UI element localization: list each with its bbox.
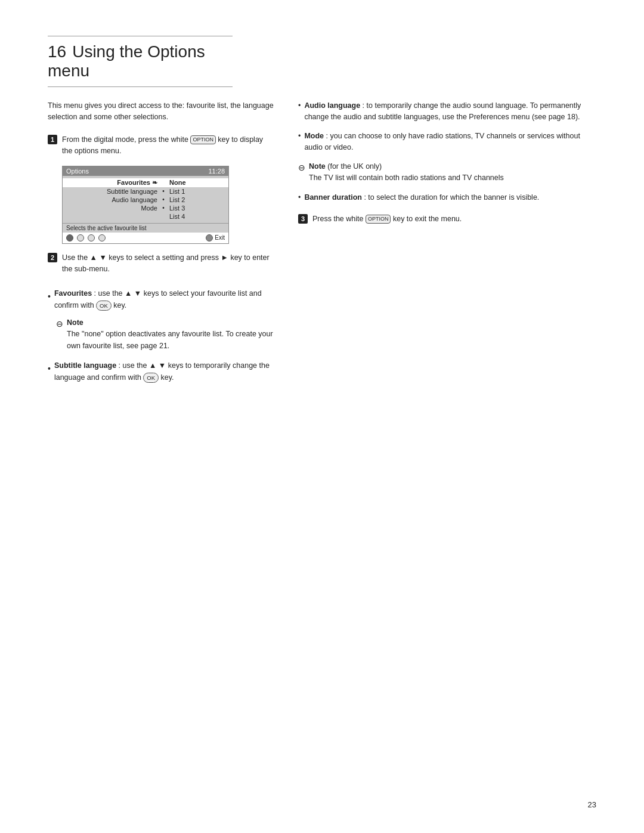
- exit-circle-btn[interactable]: [206, 234, 213, 241]
- options-label-favourites: Favourites ❧: [92, 179, 157, 187]
- options-menu-screenshot: Options 11:28 Favourites ❧ None Subtitle…: [62, 166, 229, 244]
- bottom-rule: [48, 86, 233, 87]
- options-row-audio: Audio language • List 2: [63, 196, 228, 204]
- bullet-text-subtitle: Subtitle language : use the ▲ ▼ keys to …: [54, 360, 274, 383]
- page-number: 23: [588, 800, 596, 809]
- options-menu-title: Options: [66, 168, 89, 175]
- note-label-uk: Note: [309, 162, 326, 171]
- chapter-heading: 16Using the Optionsmenu: [48, 42, 596, 80]
- options-dot-4: •: [157, 205, 169, 211]
- bullet-banner-duration: • Banner duration : to select the durati…: [298, 192, 596, 203]
- step-3: 3 Press the white OPTION key to exit the…: [298, 213, 596, 225]
- options-buttons-row: Exit: [63, 233, 228, 243]
- step-3-number: 3: [298, 214, 308, 224]
- circle-btn-3[interactable]: [88, 234, 95, 241]
- options-value-none: None: [169, 179, 199, 186]
- bullet-favourites: • Favourites : use the ▲ ▼ keys to selec…: [48, 288, 274, 311]
- options-label-subtitle: Subtitle language: [92, 188, 157, 195]
- options-row-favourites: Favourites ❧ None: [63, 178, 228, 187]
- page: 16Using the Optionsmenu This menu gives …: [0, 0, 644, 833]
- mode-title: Mode: [304, 132, 324, 140]
- bullet-text-mode: Mode : you can choose to only have radio…: [304, 131, 596, 154]
- right-column: • Audio language : to temporarily change…: [298, 100, 596, 389]
- bullet-mode: • Mode : you can choose to only have rad…: [298, 131, 596, 154]
- note-text-uk: Note (for the UK only) The TV list will …: [309, 161, 596, 184]
- options-label-mode: Mode: [92, 205, 157, 212]
- exit-label: Exit: [206, 234, 225, 241]
- options-menu-header: Options 11:28: [63, 166, 228, 176]
- favourites-title: Favourites: [54, 289, 92, 298]
- option-key-icon-step3: OPTION: [366, 215, 391, 224]
- step-1-text: From the digital mode, press the white O…: [62, 134, 274, 157]
- note-uk: ⊖ Note (for the UK only) The TV list wil…: [298, 161, 596, 184]
- left-column: This menu gives you direct access to the…: [48, 100, 274, 389]
- intro-text: This menu gives you direct access to the…: [48, 100, 274, 123]
- options-row-subtitle: Subtitle language • List 1: [63, 187, 228, 196]
- option-key-icon: OPTION: [190, 135, 216, 145]
- note-favourites: ⊖ Note The "none" option deactivates any…: [56, 317, 274, 352]
- options-value-list3: List 3: [169, 205, 199, 212]
- step-2-text: Use the ▲ ▼ keys to select a setting and…: [62, 252, 274, 275]
- options-menu-time: 11:28: [208, 168, 225, 175]
- options-value-list4: List 4: [169, 213, 199, 220]
- circle-btn-4[interactable]: [98, 234, 106, 241]
- note-icon-favourites: ⊖: [56, 318, 63, 352]
- options-dot-3: •: [157, 196, 169, 203]
- circle-btn-2[interactable]: [77, 234, 84, 241]
- note-icon-uk: ⊖: [298, 162, 305, 184]
- chapter-title: Using the Optionsmenu: [48, 42, 205, 80]
- step-2: 2 Use the ▲ ▼ keys to select a setting a…: [48, 252, 274, 275]
- bullet-dot-banner: •: [298, 192, 301, 203]
- bullet-subtitle-language: • Subtitle language : use the ▲ ▼ keys t…: [48, 360, 274, 383]
- options-row-mode: Mode • List 3: [63, 204, 228, 212]
- step-2-number: 2: [48, 253, 57, 262]
- bullet-dot-audio: •: [298, 100, 301, 123]
- subtitle-language-title: Subtitle language: [54, 361, 116, 370]
- bullet-dot-favourites: •: [48, 290, 51, 311]
- bullet-text-banner: Banner duration : to select the duration…: [304, 192, 596, 203]
- step-1: 1 From the digital mode, press the white…: [48, 134, 274, 157]
- bullet-audio-language: • Audio language : to temporarily change…: [298, 100, 596, 123]
- bullet-text-favourites: Favourites : use the ▲ ▼ keys to select …: [54, 288, 274, 311]
- circle-btn-1[interactable]: [66, 234, 73, 241]
- note-label-favourites: Note: [67, 318, 83, 327]
- chapter-number: 16: [48, 42, 66, 61]
- banner-duration-title: Banner duration: [304, 193, 362, 202]
- ok-key-icon-2: OK: [143, 373, 159, 383]
- exit-text: Exit: [215, 234, 225, 241]
- ok-key-icon: OK: [96, 301, 112, 311]
- step-1-number: 1: [48, 135, 57, 144]
- bullet-text-audio: Audio language : to temporarily change t…: [304, 100, 596, 123]
- options-menu-body: Favourites ❧ None Subtitle language • Li…: [63, 176, 228, 223]
- step-3-text: Press the white OPTION key to exit the m…: [312, 213, 462, 225]
- options-row-list4: List 4: [63, 212, 228, 221]
- options-label-audio: Audio language: [92, 196, 157, 203]
- options-dot-2: •: [157, 188, 169, 194]
- audio-language-title: Audio language: [304, 101, 360, 110]
- options-value-list2: List 2: [169, 196, 199, 203]
- options-value-list1: List 1: [169, 188, 199, 195]
- note-text-favourites: Note The "none" option deactivates any f…: [67, 317, 274, 352]
- top-rule: [48, 36, 233, 36]
- bullet-dot-mode: •: [298, 131, 301, 154]
- options-footer-text: Selects the active favourite list: [63, 223, 228, 233]
- bullet-dot-subtitle: •: [48, 363, 51, 383]
- content-columns: This menu gives you direct access to the…: [48, 100, 596, 389]
